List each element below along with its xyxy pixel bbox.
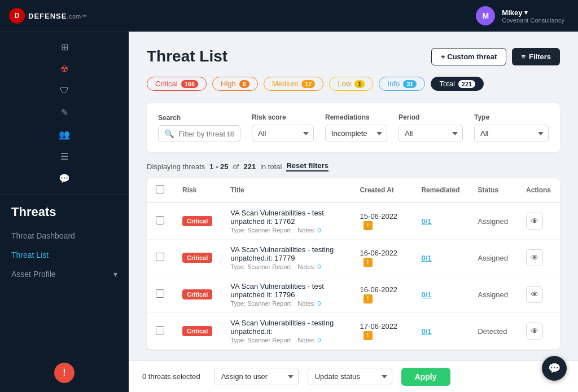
nav-icon-edit[interactable]: ✎ (0, 102, 129, 124)
remediations-filter-group: Remediations All Incomplete Complete (325, 113, 387, 142)
badge-low-label: Low (338, 80, 351, 88)
th-checkbox (147, 178, 173, 202)
row-actions-cell: 👁 (517, 313, 560, 350)
badge-medium[interactable]: Medium 17 (264, 77, 324, 91)
badge-low-count: 1 (354, 80, 365, 88)
th-remediated: Remediated (412, 178, 468, 202)
badge-medium-label: Medium (272, 80, 298, 88)
row-remediated-cell: 0/1 (412, 276, 468, 313)
status-label: Assigned (478, 290, 507, 299)
badge-total-label: Total (439, 80, 454, 88)
nav-icon-grid[interactable]: ⊞ (0, 36, 129, 58)
remediated-link[interactable]: 0/1 (421, 217, 431, 226)
chat-button[interactable]: 💬 (542, 356, 567, 381)
badge-high-count: 6 (239, 80, 249, 88)
badge-total[interactable]: Total 221 (431, 77, 484, 91)
nav-icon-list[interactable]: ☰ (0, 146, 129, 168)
search-input[interactable] (178, 130, 234, 138)
sidebar: D DEFENSE.com™ ⊞ ☢ 🛡 ✎ 👥 ☰ 💬 Threats Thr… (0, 0, 129, 392)
nav-icon-chat[interactable]: 💬 (0, 168, 129, 190)
assign-to-user-select[interactable]: Assign to user (214, 368, 299, 385)
avatar: M (476, 6, 495, 25)
search-input-wrap: 🔍 (158, 125, 240, 142)
sidebar-nav: Threat Dashboard Threat List Asset Profi… (0, 224, 129, 286)
threat-type: Type: Scanner Report (230, 263, 291, 270)
row-checkbox[interactable] (156, 216, 164, 224)
warning-icon: ! (364, 294, 373, 303)
threat-meta: Type: Scanner Report Notes: 0 (230, 227, 341, 234)
row-checkbox[interactable] (156, 253, 164, 261)
remediated-link[interactable]: 0/1 (421, 327, 431, 336)
results-range: 1 - 25 (209, 162, 228, 171)
reset-filters-link[interactable]: Reset filters (286, 161, 328, 171)
results-total: 221 (243, 162, 256, 171)
nav-icon-threat[interactable]: ☢ (0, 58, 129, 80)
nav-icon-shield[interactable]: 🛡 (0, 80, 129, 102)
created-date: 16-06-2022 (360, 285, 398, 294)
row-title-cell: VA Scan Vulnerabilities - testing unpatc… (221, 313, 351, 350)
badge-high[interactable]: High 6 (212, 77, 258, 91)
warning-icon: ! (364, 331, 373, 340)
nav-icon-users[interactable]: 👥 (0, 124, 129, 146)
badge-info[interactable]: Info 31 (379, 77, 425, 91)
row-checkbox[interactable] (156, 289, 164, 298)
view-button[interactable]: 👁 (526, 249, 543, 266)
update-status-select[interactable]: Update status (308, 368, 392, 385)
main-content: M Mikey ▾ Covenant Consultancy Threat Li… (129, 0, 578, 392)
notes-link[interactable]: 0 (317, 263, 321, 270)
row-remediated-cell: 0/1 (412, 240, 468, 276)
filters-button[interactable]: ≡ Filters (512, 48, 560, 65)
view-button[interactable]: 👁 (526, 323, 543, 340)
table-row: Critical VA Scan Vulnerabilities - test … (147, 276, 560, 313)
threat-type: Type: Scanner Report (230, 337, 291, 343)
notes-link[interactable]: 0 (317, 300, 321, 307)
row-risk-cell: Critical (173, 202, 221, 240)
eye-icon: 👁 (531, 327, 538, 336)
notes-link[interactable]: 0 (317, 337, 321, 343)
select-all-checkbox[interactable] (156, 185, 164, 193)
notes-link[interactable]: 0 (317, 227, 321, 234)
sidebar-item-threat-dashboard[interactable]: Threat Dashboard (0, 226, 129, 245)
table-row: Critical VA Scan Vulnerabilities - test … (147, 202, 560, 240)
remediated-link[interactable]: 0/1 (421, 254, 431, 262)
custom-threat-button[interactable]: + Custom threat (431, 48, 506, 65)
sidebar-item-asset-profile[interactable]: Asset Profile ▾ (0, 265, 129, 284)
row-title-cell: VA Scan Vulnerabilities - testing unpatc… (221, 240, 351, 276)
badge-critical-count: 166 (181, 80, 198, 88)
threat-title: VA Scan Vulnerabilities - testing unpatc… (230, 319, 341, 336)
badge-high-label: High (221, 80, 236, 88)
remediations-select[interactable]: All Incomplete Complete (325, 125, 387, 142)
sidebar-item-threat-list[interactable]: Threat List (0, 245, 129, 265)
period-filter-group: Period All Last 7 days Last 30 days Last… (399, 113, 463, 142)
row-remediated-cell: 0/1 (412, 202, 468, 240)
status-label: Assigned (478, 217, 507, 226)
risk-score-select[interactable]: All Low Medium High Critical (252, 125, 314, 142)
period-select[interactable]: All Last 7 days Last 30 days Last 90 day… (399, 125, 463, 142)
th-status: Status (468, 178, 516, 202)
view-button[interactable]: 👁 (526, 286, 543, 303)
risk-score-filter-group: Risk score All Low Medium High Critical (252, 113, 314, 142)
row-title-cell: VA Scan Vulnerabilities - test unpatched… (221, 276, 351, 313)
badge-critical[interactable]: Critical 166 (147, 77, 207, 91)
row-checkbox[interactable] (156, 326, 164, 334)
view-button[interactable]: 👁 (526, 213, 543, 230)
row-risk-cell: Critical (173, 240, 221, 276)
page-header: Threat List + Custom threat ≡ Filters (147, 47, 560, 65)
badge-critical-label: Critical (155, 80, 178, 88)
remediated-link[interactable]: 0/1 (421, 290, 431, 299)
threats-selected-count: 0 threats selected (142, 372, 200, 381)
created-date: 16-06-2022 (360, 249, 398, 257)
risk-badge: Critical (182, 216, 212, 226)
type-select[interactable]: All Scanner Report Manual (474, 125, 549, 142)
created-date: 15-06-2022 (360, 212, 398, 221)
exclamation-button[interactable]: ! (54, 363, 75, 383)
period-label: Period (399, 113, 463, 121)
threat-table: Risk Title Created At Remediated Status … (147, 178, 560, 350)
row-actions-cell: 👁 (517, 240, 560, 276)
remediations-label: Remediations (325, 113, 387, 121)
eye-icon: 👁 (531, 253, 538, 262)
badge-low[interactable]: Low 1 (329, 77, 373, 91)
threat-notes: Notes: 0 (297, 227, 321, 234)
apply-button[interactable]: Apply (401, 368, 450, 386)
table-row: Critical VA Scan Vulnerabilities - testi… (147, 313, 560, 350)
